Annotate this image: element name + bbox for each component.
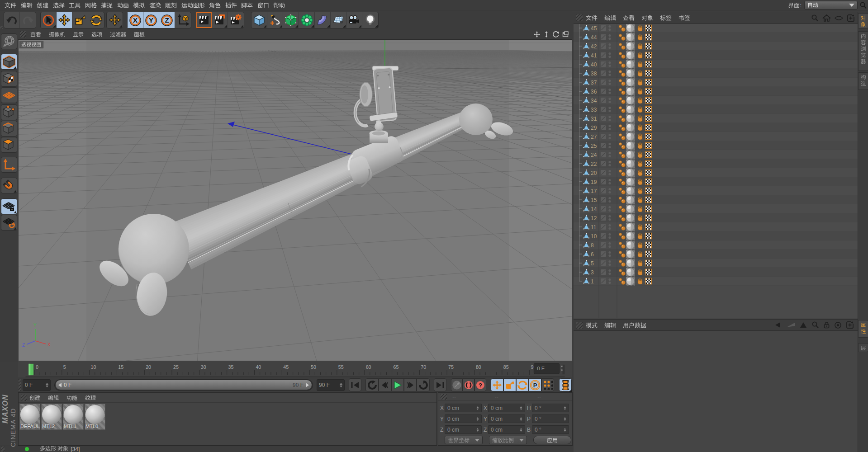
svg-text:11: 11 — [591, 224, 597, 231]
svg-text:36: 36 — [591, 89, 597, 95]
svg-text:0 F: 0 F — [537, 365, 545, 371]
svg-text:25: 25 — [591, 143, 597, 149]
svg-text:17: 17 — [591, 188, 597, 194]
svg-text:Z: Z — [22, 343, 25, 348]
svg-text:29: 29 — [591, 125, 597, 131]
svg-text:10: 10 — [91, 364, 96, 370]
svg-text:P: P — [533, 382, 537, 389]
svg-text:Y: Y — [33, 323, 37, 328]
svg-text:20: 20 — [146, 364, 151, 370]
svg-text:X: X — [47, 342, 51, 347]
svg-text:41: 41 — [591, 52, 597, 59]
svg-text:5: 5 — [63, 364, 66, 370]
svg-text:34: 34 — [591, 98, 597, 104]
svg-text:Y: Y — [149, 16, 153, 24]
svg-text:33: 33 — [591, 107, 597, 113]
svg-text:45: 45 — [283, 364, 289, 370]
svg-text:12: 12 — [591, 215, 597, 221]
svg-text:15: 15 — [591, 197, 597, 203]
svg-text:10: 10 — [591, 233, 597, 240]
svg-text:45: 45 — [591, 25, 597, 32]
svg-text:0: 0 — [36, 364, 38, 370]
svg-text:40: 40 — [256, 364, 261, 370]
svg-text:40: 40 — [591, 61, 597, 68]
svg-text:85: 85 — [503, 364, 509, 370]
svg-text:30: 30 — [201, 364, 206, 370]
svg-text:65: 65 — [393, 364, 398, 370]
svg-text:?: ? — [479, 382, 482, 389]
svg-text:Z: Z — [165, 16, 169, 24]
svg-text:37: 37 — [591, 80, 597, 86]
svg-text:6: 6 — [591, 251, 594, 258]
svg-text:3: 3 — [591, 269, 594, 276]
svg-text:20: 20 — [591, 170, 597, 176]
svg-text:1: 1 — [591, 278, 594, 285]
svg-text:42: 42 — [591, 43, 597, 50]
svg-text:24: 24 — [591, 152, 597, 158]
svg-text:27: 27 — [591, 134, 597, 140]
svg-text:14: 14 — [591, 206, 597, 212]
svg-text:60: 60 — [366, 364, 371, 370]
svg-text:25: 25 — [173, 364, 179, 370]
svg-text:38: 38 — [591, 71, 597, 77]
svg-text:35: 35 — [228, 364, 234, 370]
svg-text:31: 31 — [591, 116, 597, 122]
svg-text:50: 50 — [311, 364, 316, 370]
svg-text:75: 75 — [448, 364, 454, 370]
svg-text:44: 44 — [591, 34, 597, 41]
svg-text:70: 70 — [421, 364, 426, 370]
svg-text:22: 22 — [591, 161, 597, 167]
svg-text:X: X — [133, 16, 138, 24]
svg-text:8: 8 — [591, 242, 594, 249]
svg-text:19: 19 — [591, 179, 597, 185]
svg-text:55: 55 — [338, 364, 344, 370]
svg-text:5: 5 — [591, 260, 594, 267]
svg-text:15: 15 — [118, 364, 123, 370]
svg-text:80: 80 — [476, 364, 481, 370]
